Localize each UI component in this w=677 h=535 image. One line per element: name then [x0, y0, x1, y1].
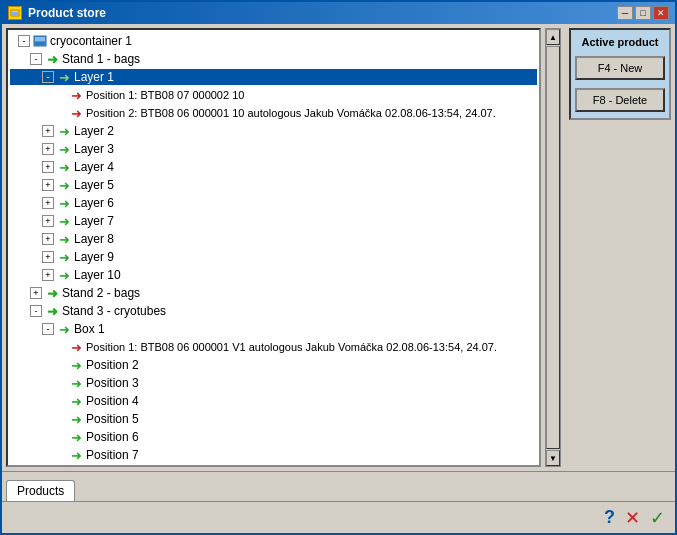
vertical-scrollbar[interactable]: ▲ ▼	[545, 28, 561, 467]
expand-layer10[interactable]: +	[42, 269, 54, 281]
tree-row-stand2[interactable]: + ➜ Stand 2 - bags	[10, 285, 537, 301]
window-title: Product store	[28, 6, 106, 20]
expand-stand3[interactable]: -	[30, 305, 42, 317]
expand-cryocontainer[interactable]: -	[18, 35, 30, 47]
cryo-icon	[33, 34, 47, 48]
tree-node-layer7: + ➜ Layer 7	[10, 212, 537, 230]
tree-row-box-pos5[interactable]: ➜ Position 5	[10, 411, 537, 427]
maximize-button[interactable]: □	[635, 6, 651, 20]
expand-stand1[interactable]: -	[30, 53, 42, 65]
new-button[interactable]: F4 - New	[575, 56, 665, 80]
layer10-icon: ➜	[57, 268, 71, 282]
active-product-box: Active product F4 - New F8 - Delete	[569, 28, 671, 120]
pos1-icon: ➜	[69, 88, 83, 102]
tree-node-layer6: + ➜ Layer 6	[10, 194, 537, 212]
tree-node-box-pos6: ➜ Position 6	[10, 428, 537, 446]
cryocontainer-label: cryocontainer 1	[50, 34, 132, 48]
tree-row-layer8[interactable]: + ➜ Layer 8	[10, 231, 537, 247]
scroll-up-button[interactable]: ▲	[546, 29, 560, 45]
expand-layer1[interactable]: -	[42, 71, 54, 83]
expand-layer8[interactable]: +	[42, 233, 54, 245]
box-pos2-label: Position 2	[86, 358, 139, 372]
tree-node-box-pos4: ➜ Position 4	[10, 392, 537, 410]
expand-box1[interactable]: -	[42, 323, 54, 335]
box-pos1-icon: ➜	[69, 340, 83, 354]
tree-row-stand3[interactable]: - ➜ Stand 3 - cryotubes	[10, 303, 537, 319]
tree-row-box-pos6[interactable]: ➜ Position 6	[10, 429, 537, 445]
delete-button[interactable]: F8 - Delete	[575, 88, 665, 112]
tree-node-layer2: + ➜ Layer 2	[10, 122, 537, 140]
tree-row-pos1[interactable]: ➜ Position 1: BTB08 07 000002 10	[10, 87, 537, 103]
tree-row-layer7[interactable]: + ➜ Layer 7	[10, 213, 537, 229]
tree-row-layer4[interactable]: + ➜ Layer 4	[10, 159, 537, 175]
layer4-icon: ➜	[57, 160, 71, 174]
box-pos7-icon: ➜	[69, 448, 83, 462]
layer8-icon: ➜	[57, 232, 71, 246]
ok-button[interactable]: ✓	[650, 507, 665, 529]
box-pos5-label: Position 5	[86, 412, 139, 426]
tree-row-layer3[interactable]: + ➜ Layer 3	[10, 141, 537, 157]
tree-row-layer9[interactable]: + ➜ Layer 9	[10, 249, 537, 265]
tree-node-pos2: ➜ Position 2: BTB08 06 000001 10 autolog…	[10, 104, 537, 122]
tree-panel[interactable]: - cryocontainer 1 - ➜	[6, 28, 541, 467]
box-pos4-icon: ➜	[69, 394, 83, 408]
expand-layer4[interactable]: +	[42, 161, 54, 173]
layer3-icon: ➜	[57, 142, 71, 156]
tree-row-layer1[interactable]: - ➜ Layer 1	[10, 69, 537, 85]
tree-row-box-pos4[interactable]: ➜ Position 4	[10, 393, 537, 409]
box1-label: Box 1	[74, 322, 105, 336]
spacer-box-pos1	[54, 341, 66, 353]
tree-node-box-pos7: ➜ Position 7	[10, 446, 537, 464]
box-pos8-label: Position 8	[86, 466, 139, 467]
expand-layer6[interactable]: +	[42, 197, 54, 209]
stand1-icon: ➜	[45, 52, 59, 66]
layer9-label: Layer 9	[74, 250, 114, 264]
expand-layer5[interactable]: +	[42, 179, 54, 191]
pos2-label: Position 2: BTB08 06 000001 10 autologou…	[86, 107, 496, 119]
layer1-label: Layer 1	[74, 70, 114, 84]
tree-node-box-pos8: ➜ Position 8	[10, 464, 537, 467]
svg-rect-1	[12, 12, 18, 15]
tree-node-layer5: + ➜ Layer 5	[10, 176, 537, 194]
tree-row-box-pos2[interactable]: ➜ Position 2	[10, 357, 537, 373]
tree-row-box-pos1[interactable]: ➜ Position 1: BTB08 06 000001 V1 autolog…	[10, 339, 537, 355]
box-pos5-icon: ➜	[69, 412, 83, 426]
tree-row-box1[interactable]: - ➜ Box 1	[10, 321, 537, 337]
layer2-icon: ➜	[57, 124, 71, 138]
right-panel: Active product F4 - New F8 - Delete	[565, 24, 675, 471]
scroll-thumb[interactable]	[546, 46, 560, 449]
spacer-pos1	[54, 89, 66, 101]
box1-icon: ➜	[57, 322, 71, 336]
minimize-button[interactable]: ─	[617, 6, 633, 20]
expand-layer9[interactable]: +	[42, 251, 54, 263]
tree-row-layer2[interactable]: + ➜ Layer 2	[10, 123, 537, 139]
close-button[interactable]: ✕	[653, 6, 669, 20]
layer5-icon: ➜	[57, 178, 71, 192]
tree-row-box-pos7[interactable]: ➜ Position 7	[10, 447, 537, 463]
expand-layer7[interactable]: +	[42, 215, 54, 227]
title-bar: Product store ─ □ ✕	[2, 2, 675, 24]
help-button[interactable]: ?	[604, 507, 615, 528]
layer7-icon: ➜	[57, 214, 71, 228]
expand-layer2[interactable]: +	[42, 125, 54, 137]
stand2-icon: ➜	[45, 286, 59, 300]
tree-row-layer6[interactable]: + ➜ Layer 6	[10, 195, 537, 211]
tree-row-layer10[interactable]: + ➜ Layer 10	[10, 267, 537, 283]
tree-node-box-pos2: ➜ Position 2	[10, 356, 537, 374]
layer6-label: Layer 6	[74, 196, 114, 210]
tree-row-cryocontainer[interactable]: - cryocontainer 1	[10, 33, 537, 49]
tab-products[interactable]: Products	[6, 480, 75, 502]
tree-node-stand2: + ➜ Stand 2 - bags	[10, 284, 537, 302]
tree-node-box-pos3: ➜ Position 3	[10, 374, 537, 392]
svg-rect-4	[35, 42, 45, 45]
pos2-icon: ➜	[69, 106, 83, 120]
tree-row-pos2[interactable]: ➜ Position 2: BTB08 06 000001 10 autolog…	[10, 105, 537, 121]
expand-layer3[interactable]: +	[42, 143, 54, 155]
scroll-down-button[interactable]: ▼	[546, 450, 560, 466]
tree-row-stand1[interactable]: - ➜ Stand 1 - bags	[10, 51, 537, 67]
expand-stand2[interactable]: +	[30, 287, 42, 299]
tree-row-box-pos8[interactable]: ➜ Position 8	[10, 465, 537, 467]
tree-row-layer5[interactable]: + ➜ Layer 5	[10, 177, 537, 193]
cancel-button[interactable]: ✕	[625, 507, 640, 529]
tree-row-box-pos3[interactable]: ➜ Position 3	[10, 375, 537, 391]
